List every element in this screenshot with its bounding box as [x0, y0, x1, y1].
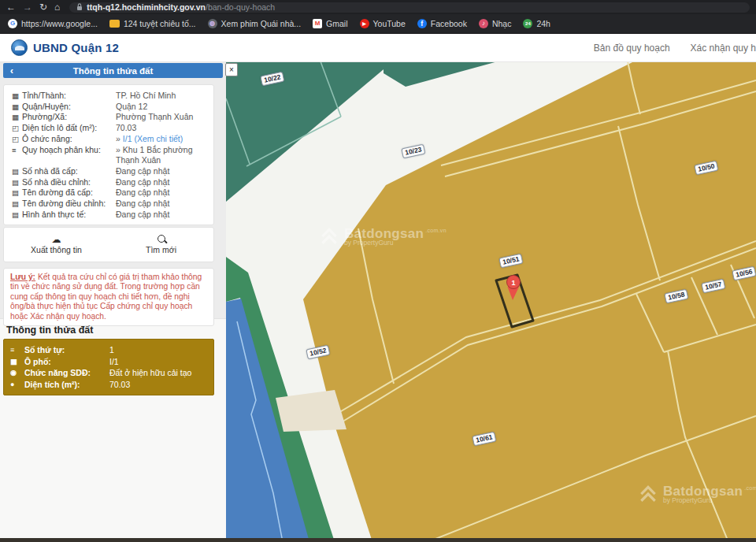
function-detail-link[interactable]: I/1 (Xem chi tiết): [123, 134, 183, 143]
bookmark-label: 24h: [536, 19, 550, 28]
address-bar[interactable]: ttqh-q12.hochiminhcity.gov.vn/ban-do-quy…: [69, 2, 750, 13]
image-icon: ▤: [9, 199, 22, 210]
table-label: Chức năng SDĐ:: [24, 367, 91, 379]
brand: UBND Quận 12: [11, 39, 119, 56]
bookmarks-bar: G https://www.google... 124 tuyệt chiêu …: [0, 14, 756, 34]
new-search-button[interactable]: Tìm mới: [109, 228, 213, 262]
bank-icon: ▦: [9, 112, 22, 123]
parcel-info-card: ▦Tỉnh/Thành: TP. Hồ Chí Minh ▦Quận/Huyện…: [3, 84, 214, 225]
home-icon[interactable]: ⌂: [54, 2, 60, 12]
actions-card: ☁ Xuất thông tin Tìm mới: [3, 227, 214, 262]
info-row-province: ▦Tỉnh/Thành: TP. Hồ Chí Minh: [9, 91, 209, 102]
folder-icon: [109, 20, 120, 28]
target-icon: ◉: [10, 367, 24, 379]
reload-icon[interactable]: ↻: [39, 2, 47, 12]
info-row-function-cell: ◰Ô chức năng: »I/1 (Xem chi tiết): [9, 134, 209, 145]
info-label: Tên đường đã cấp:: [22, 187, 93, 199]
main-area: 1 10/22 10/23 10/50 10/51 10/52 10/56 10…: [0, 61, 756, 538]
bookmark-facebook[interactable]: f Facebook: [417, 19, 467, 28]
facebook-favicon: f: [417, 19, 427, 28]
info-label: Quận/Huyện:: [22, 102, 71, 113]
lock-icon: [76, 3, 83, 11]
info-label: Số nhà điều chỉnh:: [22, 177, 91, 188]
info-row-zone-plan: ≡Quy hoạch phân khu: »Khu 1 Bắc phường T…: [9, 145, 209, 166]
forward-icon[interactable]: →: [23, 2, 32, 12]
screen: { "browser": { "icons": {"back":"←","for…: [0, 0, 756, 542]
table-label: Diện tích (m²):: [24, 379, 80, 391]
table-row-order: ≡Số thứ tự: 1: [10, 344, 207, 356]
table-value: 70.03: [109, 379, 207, 391]
bookmark-folder[interactable]: 124 tuyệt chiêu tố...: [109, 19, 196, 28]
info-value: Đang cập nhật: [116, 199, 209, 210]
image-icon: ▤: [9, 177, 22, 188]
section-title: Thông tin thửa đất: [6, 325, 93, 336]
ubnd-logo-icon: [11, 39, 28, 56]
marker-number: 1: [511, 279, 515, 287]
info-value: Đang cập nhật: [116, 187, 209, 199]
info-value: Quận 12: [116, 102, 209, 113]
gmail-favicon: M: [313, 19, 322, 28]
chevron-prefix: »: [116, 134, 120, 143]
info-value: TP. Hồ Chí Minh: [116, 91, 209, 102]
search-icon: [158, 235, 165, 243]
info-row-area: ◰Diện tích lô đất (m²): 70.03: [9, 123, 209, 134]
table-label: Ô phố:: [24, 356, 51, 368]
bookmark-label: 124 tuyệt chiêu tố...: [124, 19, 196, 28]
map-viewport[interactable]: 1 10/22 10/23 10/50 10/51 10/52 10/56 10…: [226, 61, 756, 538]
bookmark-youtube[interactable]: ▶ YouTube: [360, 19, 406, 28]
bookmark-label: Nhạc: [492, 19, 512, 28]
image-icon: ▤: [9, 187, 22, 199]
24h-favicon: 24: [523, 19, 532, 28]
nav-xac-nhan-quy-hoach[interactable]: Xác nhận quy h: [691, 43, 756, 54]
nav-ban-do-quy-hoach[interactable]: Bản đồ quy hoạch: [594, 43, 670, 54]
export-label: Xuất thông tin: [31, 245, 82, 254]
info-value: Đang cập nhật: [116, 166, 209, 177]
panel-title: Thông tin thửa đất: [20, 66, 206, 76]
bank-icon: ▦: [9, 91, 22, 102]
bookmark-phim[interactable]: ◍ Xem phim Quái nhà...: [208, 19, 302, 28]
image-icon: ▤: [9, 210, 22, 221]
table-label: Số thứ tự:: [24, 344, 65, 356]
info-sidebar: ‹ Thông tin thửa đất ▦Tỉnh/Thành: TP. Hồ…: [0, 61, 226, 538]
bookmark-label: Gmail: [326, 19, 347, 28]
bookmark-nhac[interactable]: ♪ Nhạc: [479, 19, 512, 28]
info-row-street-name: ▤Tên đường đã cấp: Đang cập nhật: [9, 187, 209, 199]
film-favicon: ◍: [208, 19, 217, 28]
table-row-area: ●Diện tích (m²): 70.03: [10, 379, 207, 391]
info-label: Số nhà đã cấp:: [22, 166, 78, 177]
info-label: Diện tích lô đất (m²):: [22, 123, 97, 134]
note-label: Lưu ý:: [10, 273, 35, 281]
back-icon[interactable]: ←: [6, 2, 16, 12]
disclaimer-note: Lưu ý: Kết quả tra cứu chỉ có giá trị th…: [3, 268, 214, 326]
site-title: UBND Quận 12: [33, 41, 119, 54]
table-value: 1: [109, 344, 207, 356]
bookmark-24h[interactable]: 24 24h: [523, 19, 550, 28]
info-row-real-photo: ▤Hình ảnh thực tế: Đang cập nhật: [9, 210, 209, 221]
info-value: Đang cập nhật: [116, 210, 209, 221]
info-value: Phường Thạnh Xuân: [116, 112, 209, 123]
info-value: Đang cập nhật: [116, 177, 209, 188]
area-icon: ◰: [9, 134, 22, 145]
dot-icon: ●: [10, 379, 24, 391]
url-path: /ban-do-quy-hoach: [206, 2, 275, 12]
bookmark-label: Facebook: [431, 19, 467, 28]
info-row-house-number-adjusted: ▤Số nhà điều chỉnh: Đang cập nhật: [9, 177, 209, 188]
youtube-favicon: ▶: [360, 19, 369, 28]
export-info-button[interactable]: ☁ Xuất thông tin: [4, 228, 109, 262]
bookmark-label: Xem phim Quái nhà...: [221, 19, 302, 28]
table-value: I/1: [109, 356, 207, 368]
panel-collapse-button[interactable]: ×: [225, 63, 238, 76]
bookmark-google[interactable]: G https://www.google...: [8, 19, 98, 28]
list-icon: ≡: [10, 344, 24, 356]
table-row-land-function: ◉Chức năng SDĐ: Đất ở hiện hữu cải tạo: [10, 367, 207, 379]
info-label: Phường/Xã:: [22, 112, 67, 123]
panel-back-button[interactable]: ‹: [3, 65, 20, 76]
image-icon: ▤: [9, 166, 22, 177]
cloud-download-icon: ☁: [52, 235, 61, 244]
table-row-block: ▦Ô phố: I/1: [10, 356, 207, 368]
bookmark-gmail[interactable]: M Gmail: [313, 19, 347, 28]
note-text: Kết quả tra cứu chỉ có giá trị tham khảo…: [10, 273, 202, 321]
info-label: Hình ảnh thực tế:: [22, 210, 86, 221]
panel-titlebar: ‹ Thông tin thửa đất: [3, 63, 223, 78]
info-label: Ô chức năng:: [22, 134, 72, 145]
